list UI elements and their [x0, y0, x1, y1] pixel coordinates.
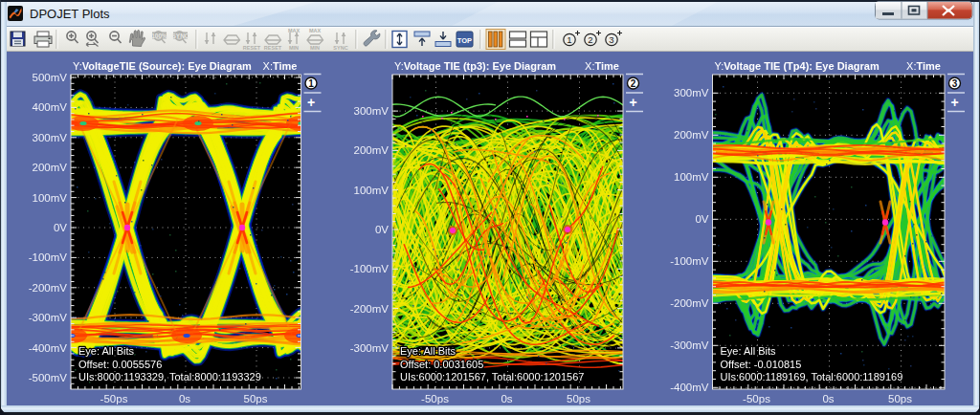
svg-text:UIs:6000:1201567, Total:6000:1: UIs:6000:1201567, Total:6000:1201567	[400, 371, 584, 382]
svg-text:-500mV: -500mV	[29, 372, 68, 383]
svg-text:-200mV: -200mV	[350, 303, 390, 315]
svg-text:-100mV: -100mV	[670, 255, 709, 267]
svg-text:200mV: 200mV	[33, 162, 68, 173]
svg-text:-300mV: -300mV	[350, 342, 390, 354]
svg-text:RESET: RESET	[243, 45, 261, 51]
svg-text:3: 3	[609, 34, 613, 45]
svg-text:Eye: All Bits: Eye: All Bits	[721, 345, 777, 357]
svg-text:Offset: 0.0031605: Offset: 0.0031605	[400, 359, 483, 370]
svg-text:-100mV: -100mV	[350, 263, 390, 274]
svg-text:MAX: MAX	[288, 28, 301, 33]
svg-text:500mV: 500mV	[33, 72, 68, 83]
svg-text:X:Time: X:Time	[263, 60, 298, 72]
svg-text:100mV: 100mV	[674, 171, 709, 183]
svg-text:200mV: 200mV	[354, 144, 390, 156]
svg-text:0V: 0V	[54, 222, 67, 233]
svg-text:-50ps: -50ps	[100, 393, 128, 404]
svg-text:UIs:8000:1193329, Total:8000:1: UIs:8000:1193329, Total:8000:1193329	[78, 371, 261, 382]
svg-text:TOP: TOP	[457, 36, 472, 45]
svg-text:300mV: 300mV	[674, 87, 709, 98]
svg-text:100%: 100%	[151, 33, 167, 39]
svg-text:Y:VoltageTIE (Source): Eye Dia: Y:VoltageTIE (Source): Eye Diagram	[73, 60, 252, 72]
svg-text:50ps: 50ps	[244, 393, 268, 404]
svg-text:1: 1	[567, 34, 571, 45]
svg-text:MIN: MIN	[310, 45, 320, 51]
svg-text:DPOJET Plots: DPOJET Plots	[30, 7, 110, 21]
svg-text:Y:Voltage TIE (tp3): Eye Diag: Y:Voltage TIE (tp3): Eye Diagram	[394, 60, 556, 72]
svg-text:UIs:6000:1189169, Total:6000:1: UIs:6000:1189169, Total:6000:1189169	[721, 371, 903, 382]
svg-text:-300mV: -300mV	[670, 339, 709, 351]
svg-text:-300mV: -300mV	[29, 312, 68, 323]
svg-text:-200mV: -200mV	[29, 282, 68, 294]
svg-text:200mV: 200mV	[674, 129, 709, 141]
svg-text:0s: 0s	[179, 393, 190, 404]
svg-text:+: +	[629, 95, 636, 110]
svg-text:Y:Voltage TIE (Tp4): Eye Diag: Y:Voltage TIE (Tp4): Eye Diagram	[715, 60, 880, 72]
svg-text:-400mV: -400mV	[29, 342, 68, 354]
svg-text:Eye: All Bits: Eye: All Bits	[78, 345, 135, 357]
svg-text:300mV: 300mV	[33, 132, 68, 143]
svg-text:-400mV: -400mV	[670, 382, 709, 393]
svg-text:RESET: RESET	[264, 45, 282, 51]
svg-text:1: 1	[308, 78, 314, 89]
svg-text:0s: 0s	[501, 393, 512, 404]
svg-text:0V: 0V	[695, 213, 708, 225]
svg-text:MAX: MAX	[309, 28, 322, 33]
svg-text:+: +	[950, 95, 958, 110]
svg-text:100mV: 100mV	[33, 192, 68, 204]
svg-text:Offset: 0.0055576: Offset: 0.0055576	[78, 359, 162, 370]
svg-text:-200mV: -200mV	[670, 297, 709, 309]
svg-text:SYNC: SYNC	[171, 33, 189, 39]
svg-text:-50ps: -50ps	[743, 393, 770, 404]
svg-text:2: 2	[631, 78, 636, 89]
svg-text:50ps: 50ps	[888, 393, 912, 404]
svg-text:50ps: 50ps	[567, 393, 590, 404]
svg-text:-50ps: -50ps	[421, 393, 449, 404]
svg-text:Eye: All Bits: Eye: All Bits	[400, 345, 457, 357]
svg-text:MIN: MIN	[289, 45, 299, 51]
svg-text:Offset: -0.010815: Offset: -0.010815	[721, 359, 802, 370]
svg-text:3: 3	[952, 78, 958, 89]
svg-text:-100mV: -100mV	[29, 251, 68, 263]
svg-text:SYNC: SYNC	[333, 45, 347, 51]
svg-text:2: 2	[588, 34, 592, 45]
svg-text:100mV: 100mV	[354, 185, 390, 196]
svg-text:400mV: 400mV	[33, 101, 68, 113]
svg-text:X:Time: X:Time	[585, 60, 619, 72]
svg-text:X:Time: X:Time	[906, 60, 941, 72]
svg-text:+: +	[307, 95, 315, 110]
svg-text:0s: 0s	[822, 393, 834, 404]
svg-text:300mV: 300mV	[354, 105, 390, 117]
svg-text:0V: 0V	[375, 224, 389, 235]
